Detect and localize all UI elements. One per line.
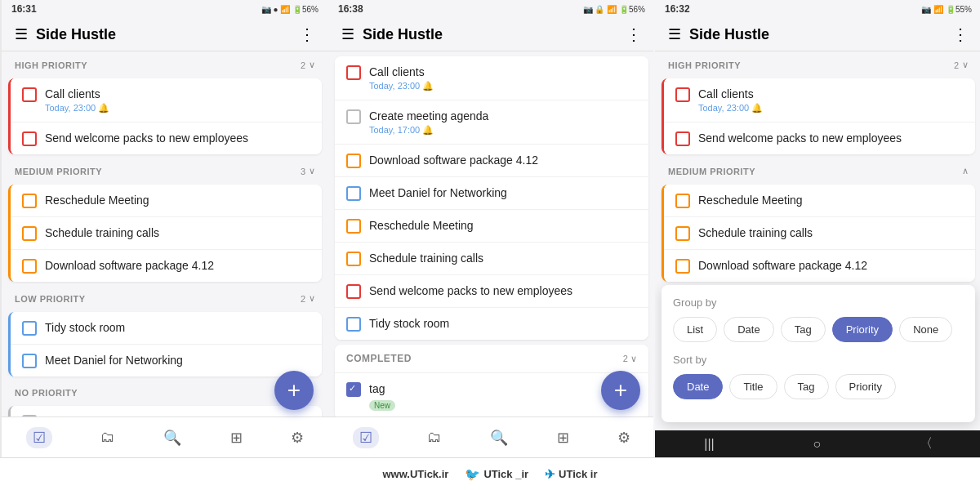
task-item[interactable]: Call clients Today, 23:00 🔔 — [11, 78, 322, 122]
task-due: Today, 23:00 🔔 — [369, 81, 637, 91]
task-name: Tidy stock room — [369, 316, 637, 331]
task-checkbox[interactable] — [22, 354, 37, 368]
more-icon-3[interactable]: ⋮ — [952, 24, 969, 44]
task-name: Meet Daniel for Networking — [369, 185, 637, 200]
status-bar-1: 16:31 📷 ● 📶 🔋56% — [2, 0, 328, 18]
status-icons-1: 📷 ● 📶 🔋56% — [261, 5, 318, 14]
group-by-priority[interactable]: Priority — [832, 317, 893, 342]
nav-icon-grid: ⊞ — [230, 429, 243, 447]
task-checkbox[interactable] — [346, 65, 361, 80]
telegram-icon: ✈ — [545, 467, 555, 482]
task-item[interactable]: Create meeting agenda Today, 17:00 🔔 — [11, 406, 322, 416]
task-checkbox[interactable] — [346, 109, 361, 124]
nav-icon-grid-2: ⊞ — [557, 429, 569, 447]
task-item[interactable]: Reschedule Meeting — [335, 210, 648, 243]
group-by-options: List Date Tag Priority None — [673, 317, 964, 342]
task-due: Today, 23:00 🔔 — [45, 103, 310, 114]
nav-item-folders[interactable]: 🗂 — [94, 425, 122, 449]
task-item[interactable]: Tidy stock room — [11, 312, 322, 345]
nav-item-search[interactable]: 🔍 — [157, 425, 188, 450]
task-checkbox[interactable] — [675, 259, 690, 274]
task-info: Send welcome packs to new employees — [45, 131, 310, 145]
task-checkbox[interactable] — [22, 321, 37, 336]
nav-icon-settings: ⚙ — [291, 429, 304, 447]
task-item[interactable]: Schedule training calls — [11, 217, 322, 250]
task-checkbox[interactable] — [346, 317, 361, 332]
nav-item-settings[interactable]: ⚙ — [284, 425, 310, 450]
completed-count: 2 ∨ — [623, 354, 637, 364]
task-item[interactable]: Schedule training calls — [664, 217, 975, 250]
nav-item-search-2[interactable]: 🔍 — [483, 425, 514, 450]
nav-item-grid[interactable]: ⊞ — [224, 425, 249, 450]
task-item[interactable]: Send welcome packs to new employees — [664, 122, 975, 154]
task-item[interactable]: Send welcome packs to new employees — [11, 122, 322, 154]
task-item[interactable]: Schedule training calls — [335, 243, 648, 275]
more-icon-1[interactable]: ⋮ — [299, 24, 315, 44]
task-item[interactable]: Send welcome packs to new employees — [335, 275, 648, 308]
task-item[interactable]: Reschedule Meeting — [11, 185, 322, 217]
section-count-high-1: 2 ∨ — [301, 60, 315, 70]
task-checkbox[interactable] — [346, 284, 361, 299]
task-info: Call clients Today, 23:00 🔔 — [698, 87, 964, 114]
task-checkbox[interactable] — [22, 226, 37, 241]
screen3: 16:32 📷 📶 🔋55% ☰ Side Hustle ⋮ HIGH PRIO… — [653, 0, 980, 457]
sort-by-priority[interactable]: Priority — [835, 374, 896, 399]
footer-bar-3: ||| ○ 〈 — [655, 430, 980, 457]
task-item[interactable]: Download software package 4.12 — [664, 250, 975, 282]
group-by-list[interactable]: List — [673, 317, 717, 342]
task-checkbox[interactable] — [22, 259, 37, 274]
time-3: 16:32 — [665, 3, 690, 15]
sort-by-title[interactable]: Title — [729, 374, 777, 399]
task-due: Today, 23:00 🔔 — [698, 103, 964, 114]
nav-item-tasks-2[interactable]: ☑ — [346, 424, 385, 452]
task-item[interactable]: Call clients Today, 23:00 🔔 — [664, 78, 975, 122]
nav-item-tasks[interactable]: ☑ — [20, 424, 59, 452]
task-item[interactable]: Download software package 4.12 — [335, 145, 648, 177]
screen2: 16:38 📷 🔒 📶 🔋56% ☰ Side Hustle ⋮ Call cl… — [327, 0, 653, 457]
task-checkbox[interactable] — [675, 194, 690, 208]
footer-icon-3: 〈 — [920, 435, 933, 452]
nav-item-grid-2[interactable]: ⊞ — [550, 425, 576, 450]
task-item[interactable]: Call clients Today, 23:00 🔔 — [335, 56, 648, 100]
task-item[interactable]: Reschedule Meeting — [664, 185, 975, 217]
task-checkbox[interactable] — [346, 252, 361, 266]
task-checkbox[interactable] — [22, 87, 37, 102]
completed-checkbox[interactable] — [346, 382, 361, 397]
time-2: 16:38 — [338, 3, 363, 15]
hamburger-icon-1[interactable]: ☰ — [15, 25, 28, 43]
group-by-tag[interactable]: Tag — [781, 317, 826, 342]
task-item[interactable]: Create meeting agenda Today, 17:00 🔔 — [335, 100, 648, 145]
task-name: Call clients — [45, 87, 310, 101]
task-item[interactable]: Download software package 4.12 — [11, 250, 322, 282]
task-info: Download software package 4.12 — [698, 258, 964, 273]
watermark-bar: www.UTick.ir 🐦 UTick _ir ✈ UTick ir — [0, 457, 980, 490]
task-checkbox[interactable] — [22, 194, 37, 208]
task-info: Call clients Today, 23:00 🔔 — [45, 87, 310, 114]
all-tasks-group: Call clients Today, 23:00 🔔 Create meeti… — [335, 56, 648, 340]
phone-screen-3: 16:32 📷 📶 🔋55% ☰ Side Hustle ⋮ HIGH PRIO… — [655, 0, 980, 457]
nav-item-folders-2[interactable]: 🗂 — [421, 425, 448, 449]
task-item[interactable]: Meet Daniel for Networking — [335, 177, 648, 210]
task-checkbox[interactable] — [675, 226, 690, 241]
task-checkbox[interactable] — [346, 154, 361, 168]
hamburger-icon-3[interactable]: ☰ — [668, 25, 681, 43]
more-icon-2[interactable]: ⋮ — [626, 24, 642, 44]
task-item[interactable]: Meet Daniel for Networking — [11, 345, 322, 376]
task-checkbox[interactable] — [346, 186, 361, 201]
app-title-1: Side Hustle — [36, 26, 291, 43]
fab-button-2[interactable]: + — [601, 371, 640, 410]
task-checkbox[interactable] — [675, 87, 690, 102]
group-by-date[interactable]: Date — [724, 317, 773, 342]
task-checkbox[interactable] — [346, 219, 361, 234]
task-checkbox[interactable] — [675, 131, 690, 146]
section-count-medium-3: ∧ — [962, 166, 969, 176]
sort-by-tag[interactable]: Tag — [784, 374, 829, 399]
nav-icon-tasks: ☑ — [26, 427, 52, 448]
task-checkbox[interactable] — [22, 131, 37, 146]
hamburger-icon-2[interactable]: ☰ — [341, 25, 354, 43]
group-by-none[interactable]: None — [899, 317, 952, 342]
task-item[interactable]: Tidy stock room — [335, 308, 648, 340]
sort-by-date[interactable]: Date — [673, 374, 723, 399]
nav-item-settings-2[interactable]: ⚙ — [611, 425, 637, 450]
fab-button-1[interactable]: + — [274, 371, 314, 410]
